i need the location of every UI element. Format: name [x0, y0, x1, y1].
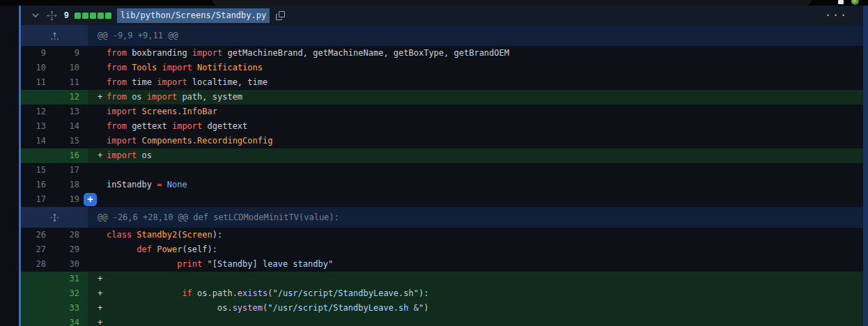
old-line-number[interactable]: 26	[21, 228, 54, 242]
old-line-number[interactable]: 13	[21, 119, 54, 134]
old-line-number[interactable]: 16	[21, 178, 54, 192]
old-line-number[interactable]: 10	[21, 61, 54, 75]
code-token: Tools	[132, 63, 157, 72]
new-line-number[interactable]: 19+	[54, 192, 88, 207]
code-token: (self):	[182, 244, 217, 254]
old-line-number[interactable]: 17	[21, 192, 54, 207]
new-line-number[interactable]: 17	[54, 163, 88, 178]
code-token: import	[192, 48, 222, 58]
diff-line-code	[88, 192, 863, 207]
diff-line-code: def Power(self):	[88, 242, 863, 257]
old-line-number[interactable]: 11	[21, 75, 54, 90]
new-line-number[interactable]: 34	[54, 316, 88, 326]
diff-line-code: print "[Standby] leave standby"	[88, 257, 863, 272]
diff-row-added: 33+ os.system("/usr/script/StandbyLeave.…	[21, 301, 863, 316]
diff-line-code: +	[88, 316, 863, 326]
diff-row-added: 34+	[21, 316, 863, 326]
code-token: Power	[157, 244, 182, 254]
diff-line-marker: +	[98, 316, 107, 326]
file-diff-header: 9 lib/python/Screens/Standby.py ···	[21, 6, 863, 25]
hunk-header-text: @@ -26,6 +28,10 @@ def setLCDModeMinitTV…	[88, 207, 863, 228]
new-line-number[interactable]: 14	[54, 119, 88, 134]
diff-line-marker: +	[98, 286, 107, 301]
new-line-number[interactable]: 28	[54, 228, 88, 242]
copy-path-icon[interactable]	[276, 11, 285, 20]
old-line-number[interactable]: 27	[21, 242, 54, 257]
page-scrollbar[interactable]	[863, 6, 868, 326]
diff-row-context: 1213import Screens.InfoBar	[21, 104, 863, 119]
code-token: os	[127, 92, 147, 102]
code-token: import	[107, 150, 137, 160]
diff-row-added: 12+from os import path, system	[21, 90, 863, 104]
new-line-number[interactable]: 11	[54, 75, 88, 90]
code-token: localtime, time	[187, 77, 268, 87]
diffstat-square	[82, 13, 88, 19]
diffstat-square	[90, 13, 96, 19]
code-token: dgettext	[202, 121, 247, 131]
diff-row-added: 31+	[21, 272, 863, 286]
code-token: def	[137, 244, 152, 254]
diff-line-code: class Standby2(Screen):	[88, 228, 863, 242]
code-token: import	[162, 63, 192, 72]
code-token: from	[107, 121, 127, 131]
diff-body: @@ -9,9 +9,11 @@99from boxbranding impor…	[21, 25, 863, 326]
diff-row-added: 32+ if os.path.exists("/usr/script/Stand…	[21, 286, 863, 301]
new-line-number[interactable]: 15	[54, 134, 88, 148]
code-token	[107, 288, 182, 298]
new-line-number[interactable]: 12	[54, 90, 88, 104]
old-line-number[interactable]: 15	[21, 163, 54, 178]
old-line-number[interactable]: 12	[21, 104, 54, 119]
new-line-number[interactable]: 13	[54, 104, 88, 119]
hunk-header-row: @@ -9,9 +9,11 @@	[21, 25, 863, 46]
old-line-number[interactable]	[21, 272, 54, 286]
old-line-number[interactable]: 14	[21, 134, 54, 148]
old-line-number[interactable]: 9	[21, 46, 54, 61]
old-line-number[interactable]	[21, 148, 54, 163]
new-line-number[interactable]: 33	[54, 301, 88, 316]
new-line-number[interactable]: 9	[54, 46, 88, 61]
new-line-number[interactable]: 18	[54, 178, 88, 192]
browser-avatar-icon[interactable]	[851, 0, 859, 5]
new-line-number[interactable]: 10	[54, 61, 88, 75]
old-line-number[interactable]	[21, 301, 54, 316]
code-token: ):	[212, 230, 222, 240]
new-line-number[interactable]: 30	[54, 257, 88, 272]
diff-line-code: + os.system("/usr/script/StandbyLeave.sh…	[88, 301, 863, 316]
new-line-number[interactable]: 32	[54, 286, 88, 301]
expand-both-icon[interactable]	[21, 207, 88, 228]
file-options-kebab-icon[interactable]: ···	[825, 13, 848, 18]
collapse-file-chevron-down-icon[interactable]	[31, 10, 40, 20]
expand-up-icon[interactable]	[21, 25, 88, 46]
add-comment-plus-button[interactable]: +	[84, 193, 97, 206]
old-line-number[interactable]	[21, 286, 54, 301]
file-diff-container: 9 lib/python/Screens/Standby.py ··· @@ -…	[21, 6, 863, 326]
diff-line-marker: +	[98, 301, 107, 316]
code-token: from	[107, 63, 127, 72]
code-token: import	[107, 107, 137, 116]
diff-line-code: +from os import path, system	[88, 90, 863, 104]
old-line-number[interactable]	[21, 90, 54, 104]
code-token	[107, 303, 217, 313]
browser-extension-icon[interactable]	[838, 0, 844, 4]
diff-line-code: from boxbranding import getMachineBrand,…	[88, 46, 863, 61]
code-token: getMachineBrand, getMachineName, getBoxT…	[222, 48, 509, 58]
diff-row-context: 99from boxbranding import getMachineBran…	[21, 46, 863, 61]
code-token: ):	[419, 288, 428, 298]
diff-row-context: 1010from Tools import Notifications	[21, 61, 863, 75]
code-token: "/usr/script/StandbyLeave.sh"	[272, 288, 419, 298]
new-line-number[interactable]: 16	[54, 148, 88, 163]
code-token	[137, 107, 141, 116]
code-token: from	[107, 77, 127, 87]
new-line-number[interactable]: 29	[54, 242, 88, 257]
code-token: None	[167, 180, 187, 189]
code-token	[137, 136, 141, 146]
code-token: class	[107, 230, 132, 240]
old-line-number[interactable]	[21, 316, 54, 326]
new-line-number[interactable]: 31	[54, 272, 88, 286]
old-line-number[interactable]: 28	[21, 257, 54, 272]
file-focus-accent-bar	[19, 6, 21, 326]
code-token	[107, 244, 137, 254]
drag-grip-icon[interactable]	[47, 10, 57, 21]
diff-line-marker: +	[98, 90, 107, 104]
diff-row-context: 1314from gettext import dgettext	[21, 119, 863, 134]
